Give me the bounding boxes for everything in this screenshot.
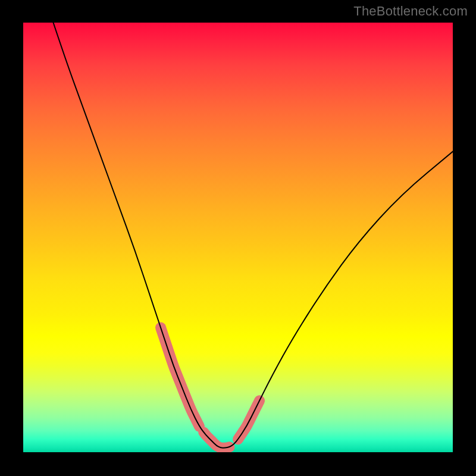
bottleneck-curve-path (54, 23, 453, 448)
left-descent-highlight (161, 328, 199, 427)
watermark: TheBottleneck.com (353, 4, 468, 19)
chart-plot-area (23, 23, 453, 452)
chart-svg (23, 23, 453, 452)
